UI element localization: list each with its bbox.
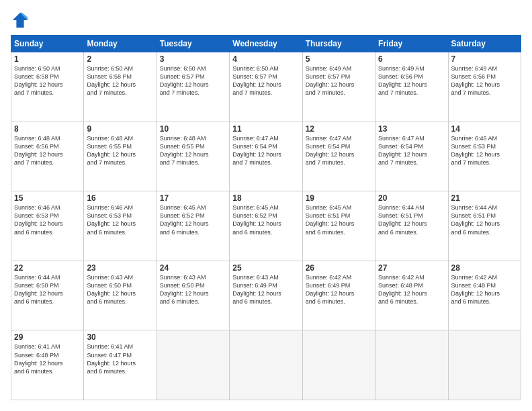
day-number: 28 <box>451 263 518 273</box>
day-number: 7 <box>451 54 518 64</box>
calendar-cell: 25Sunrise: 6:43 AM Sunset: 6:49 PM Dayli… <box>230 261 302 330</box>
day-number: 4 <box>232 54 299 64</box>
calendar-cell: 16Sunrise: 6:46 AM Sunset: 6:53 PM Dayli… <box>84 191 157 261</box>
day-info: Sunrise: 6:43 AM Sunset: 6:50 PM Dayligh… <box>87 273 153 306</box>
day-info: Sunrise: 6:48 AM Sunset: 6:56 PM Dayligh… <box>14 134 81 167</box>
day-info: Sunrise: 6:44 AM Sunset: 6:51 PM Dayligh… <box>451 203 518 236</box>
calendar-cell: 9Sunrise: 6:48 AM Sunset: 6:55 PM Daylig… <box>84 122 157 191</box>
day-number: 24 <box>160 263 226 273</box>
calendar-week-4: 29Sunrise: 6:41 AM Sunset: 6:48 PM Dayli… <box>11 330 521 400</box>
calendar-cell <box>448 330 521 400</box>
calendar-cell: 20Sunrise: 6:44 AM Sunset: 6:51 PM Dayli… <box>375 191 448 261</box>
day-info: Sunrise: 6:41 AM Sunset: 6:48 PM Dayligh… <box>14 342 81 375</box>
day-number: 17 <box>160 193 226 203</box>
day-info: Sunrise: 6:49 AM Sunset: 6:57 PM Dayligh… <box>306 64 372 97</box>
calendar-cell: 2Sunrise: 6:50 AM Sunset: 6:58 PM Daylig… <box>84 52 157 122</box>
calendar-cell: 28Sunrise: 6:42 AM Sunset: 6:48 PM Dayli… <box>448 261 521 330</box>
day-number: 2 <box>87 54 153 64</box>
day-info: Sunrise: 6:48 AM Sunset: 6:55 PM Dayligh… <box>160 134 226 167</box>
day-number: 16 <box>87 193 153 203</box>
day-info: Sunrise: 6:50 AM Sunset: 6:57 PM Dayligh… <box>232 64 299 97</box>
calendar-cell: 21Sunrise: 6:44 AM Sunset: 6:51 PM Dayli… <box>448 191 521 261</box>
day-header-wednesday: Wednesday <box>230 36 302 52</box>
day-info: Sunrise: 6:48 AM Sunset: 6:55 PM Dayligh… <box>87 134 153 167</box>
day-info: Sunrise: 6:46 AM Sunset: 6:53 PM Dayligh… <box>14 203 81 236</box>
calendar-cell: 14Sunrise: 6:46 AM Sunset: 6:53 PM Dayli… <box>448 122 521 191</box>
day-info: Sunrise: 6:50 AM Sunset: 6:57 PM Dayligh… <box>160 64 226 97</box>
header <box>11 11 521 30</box>
day-header-saturday: Saturday <box>448 36 521 52</box>
calendar-cell: 12Sunrise: 6:47 AM Sunset: 6:54 PM Dayli… <box>302 122 375 191</box>
day-number: 23 <box>87 263 153 273</box>
day-number: 14 <box>451 124 518 134</box>
calendar-cell: 7Sunrise: 6:49 AM Sunset: 6:56 PM Daylig… <box>448 52 521 122</box>
calendar-cell: 5Sunrise: 6:49 AM Sunset: 6:57 PM Daylig… <box>302 52 375 122</box>
day-number: 11 <box>232 124 299 134</box>
day-number: 8 <box>14 124 81 134</box>
calendar-cell: 10Sunrise: 6:48 AM Sunset: 6:55 PM Dayli… <box>157 122 229 191</box>
logo <box>11 11 32 30</box>
page: SundayMondayTuesdayWednesdayThursdayFrid… <box>0 0 532 411</box>
day-number: 5 <box>306 54 372 64</box>
day-header-sunday: Sunday <box>11 36 84 52</box>
day-number: 6 <box>378 54 445 64</box>
calendar-cell: 15Sunrise: 6:46 AM Sunset: 6:53 PM Dayli… <box>11 191 84 261</box>
calendar-cell: 29Sunrise: 6:41 AM Sunset: 6:48 PM Dayli… <box>11 330 84 400</box>
day-info: Sunrise: 6:42 AM Sunset: 6:48 PM Dayligh… <box>451 273 518 306</box>
calendar-cell: 8Sunrise: 6:48 AM Sunset: 6:56 PM Daylig… <box>11 122 84 191</box>
day-header-thursday: Thursday <box>302 36 375 52</box>
day-info: Sunrise: 6:47 AM Sunset: 6:54 PM Dayligh… <box>232 134 299 167</box>
day-header-friday: Friday <box>375 36 448 52</box>
calendar-week-1: 8Sunrise: 6:48 AM Sunset: 6:56 PM Daylig… <box>11 122 521 191</box>
day-number: 26 <box>306 263 372 273</box>
calendar-cell <box>157 330 229 400</box>
day-number: 30 <box>87 332 153 342</box>
calendar-header-row: SundayMondayTuesdayWednesdayThursdayFrid… <box>11 36 521 52</box>
day-info: Sunrise: 6:50 AM Sunset: 6:58 PM Dayligh… <box>14 64 81 97</box>
day-number: 25 <box>232 263 299 273</box>
calendar-cell: 22Sunrise: 6:44 AM Sunset: 6:50 PM Dayli… <box>11 261 84 330</box>
day-info: Sunrise: 6:45 AM Sunset: 6:51 PM Dayligh… <box>306 203 372 236</box>
day-info: Sunrise: 6:47 AM Sunset: 6:54 PM Dayligh… <box>306 134 372 167</box>
calendar-cell: 11Sunrise: 6:47 AM Sunset: 6:54 PM Dayli… <box>230 122 302 191</box>
day-info: Sunrise: 6:43 AM Sunset: 6:50 PM Dayligh… <box>160 273 226 306</box>
day-number: 13 <box>378 124 445 134</box>
calendar-cell: 24Sunrise: 6:43 AM Sunset: 6:50 PM Dayli… <box>157 261 229 330</box>
calendar-week-2: 15Sunrise: 6:46 AM Sunset: 6:53 PM Dayli… <box>11 191 521 261</box>
calendar-cell: 6Sunrise: 6:49 AM Sunset: 6:56 PM Daylig… <box>375 52 448 122</box>
day-number: 20 <box>378 193 445 203</box>
calendar-cell: 23Sunrise: 6:43 AM Sunset: 6:50 PM Dayli… <box>84 261 157 330</box>
day-number: 19 <box>306 193 372 203</box>
day-info: Sunrise: 6:44 AM Sunset: 6:50 PM Dayligh… <box>14 273 81 306</box>
day-number: 12 <box>306 124 372 134</box>
day-number: 18 <box>232 193 299 203</box>
calendar-cell: 3Sunrise: 6:50 AM Sunset: 6:57 PM Daylig… <box>157 52 229 122</box>
calendar-week-0: 1Sunrise: 6:50 AM Sunset: 6:58 PM Daylig… <box>11 52 521 122</box>
day-number: 10 <box>160 124 226 134</box>
calendar-cell: 17Sunrise: 6:45 AM Sunset: 6:52 PM Dayli… <box>157 191 229 261</box>
day-number: 21 <box>451 193 518 203</box>
day-number: 1 <box>14 54 81 64</box>
day-header-tuesday: Tuesday <box>157 36 229 52</box>
svg-marker-0 <box>13 13 28 28</box>
day-info: Sunrise: 6:50 AM Sunset: 6:58 PM Dayligh… <box>87 64 153 97</box>
day-info: Sunrise: 6:45 AM Sunset: 6:52 PM Dayligh… <box>232 203 299 236</box>
calendar-cell <box>375 330 448 400</box>
day-info: Sunrise: 6:46 AM Sunset: 6:53 PM Dayligh… <box>451 134 518 167</box>
day-number: 27 <box>378 263 445 273</box>
calendar-week-3: 22Sunrise: 6:44 AM Sunset: 6:50 PM Dayli… <box>11 261 521 330</box>
day-number: 29 <box>14 332 81 342</box>
calendar-cell: 1Sunrise: 6:50 AM Sunset: 6:58 PM Daylig… <box>11 52 84 122</box>
day-number: 3 <box>160 54 226 64</box>
day-info: Sunrise: 6:49 AM Sunset: 6:56 PM Dayligh… <box>378 64 445 97</box>
day-header-monday: Monday <box>84 36 157 52</box>
day-info: Sunrise: 6:42 AM Sunset: 6:48 PM Dayligh… <box>378 273 445 306</box>
day-info: Sunrise: 6:47 AM Sunset: 6:54 PM Dayligh… <box>378 134 445 167</box>
day-info: Sunrise: 6:42 AM Sunset: 6:49 PM Dayligh… <box>306 273 372 306</box>
day-info: Sunrise: 6:41 AM Sunset: 6:47 PM Dayligh… <box>87 342 153 375</box>
calendar-cell <box>302 330 375 400</box>
calendar-cell: 26Sunrise: 6:42 AM Sunset: 6:49 PM Dayli… <box>302 261 375 330</box>
day-info: Sunrise: 6:43 AM Sunset: 6:49 PM Dayligh… <box>232 273 299 306</box>
calendar-cell: 30Sunrise: 6:41 AM Sunset: 6:47 PM Dayli… <box>84 330 157 400</box>
calendar-cell: 4Sunrise: 6:50 AM Sunset: 6:57 PM Daylig… <box>230 52 302 122</box>
